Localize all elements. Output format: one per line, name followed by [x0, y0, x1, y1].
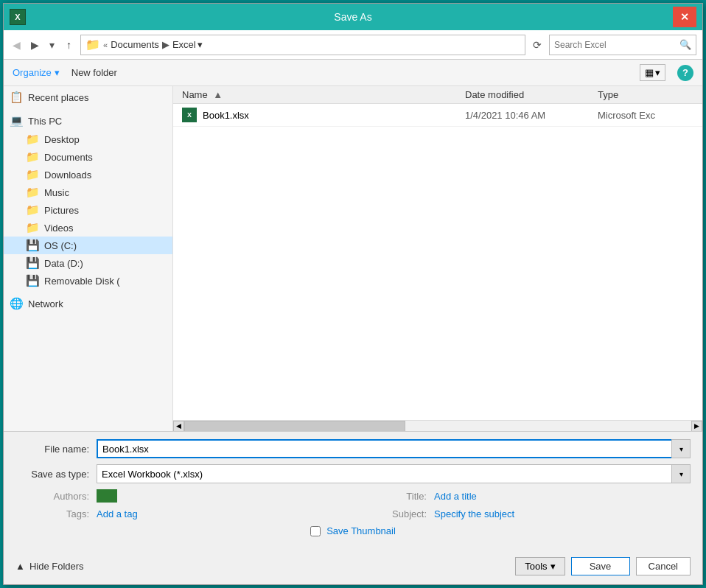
sidebar-item-removable[interactable]: 💾 Removable Disk (: [4, 272, 172, 290]
folder-icon: 📁: [26, 133, 40, 146]
tags-value[interactable]: Add a tag: [97, 508, 138, 519]
sidebar-item-data-d[interactable]: 💾 Data (D:): [4, 254, 172, 272]
sidebar-item-videos[interactable]: 📁 Videos: [4, 219, 172, 237]
new-folder-button[interactable]: New folder: [71, 67, 117, 78]
hide-folders-icon: ▲: [15, 561, 25, 572]
tools-label: Tools: [525, 561, 547, 572]
savetype-input-wrapper: ▾: [97, 464, 691, 483]
title-area: Title: Add a title: [353, 491, 691, 502]
xlsx-file-icon: X: [182, 108, 197, 122]
filename-row: File name: ▾: [15, 439, 691, 458]
file-name: Book1.xlsx: [203, 110, 249, 121]
sidebar: 📋 Recent places 💻 This PC 📁 Desktop 📁 Do…: [4, 86, 173, 431]
hide-folders-label: Hide Folders: [29, 561, 84, 572]
recent-places-icon: 📋: [10, 91, 24, 104]
file-list-header: Name ▲ Date modified Type: [173, 86, 702, 104]
save-as-dialog: X Save As ✕ ◀ ▶ ▾ ↑ 📁 « Documents ▶ Exce…: [3, 3, 703, 585]
scrollbar-left-button[interactable]: ◀: [173, 421, 184, 432]
sidebar-item-recent-places[interactable]: 📋 Recent places: [4, 86, 172, 107]
view-icon: ▦: [645, 67, 654, 78]
scrollbar-thumb: [184, 421, 405, 432]
address-bar: ◀ ▶ ▾ ↑ 📁 « Documents ▶ Excel ▾ ⟳ 🔍: [4, 30, 702, 60]
savetype-label: Save as type:: [15, 469, 97, 480]
back-icon: ◀: [13, 39, 21, 51]
breadcrumb[interactable]: 📁 « Documents ▶ Excel ▾: [80, 35, 525, 55]
breadcrumb-dropdown-button[interactable]: ▾: [198, 39, 203, 50]
sidebar-item-label: Videos: [44, 223, 74, 234]
save-button[interactable]: Save: [571, 557, 630, 575]
subject-area: Subject: Specify the subject: [353, 508, 691, 519]
sidebar-item-documents[interactable]: 📁 Documents: [4, 148, 172, 166]
tags-area: Tags: Add a tag: [15, 508, 353, 519]
file-date: 1/4/2021 10:46 AM: [465, 110, 598, 121]
disk-icon: 💾: [26, 256, 40, 270]
authors-area: Authors:: [15, 489, 353, 503]
excel-app-icon: X: [10, 9, 26, 25]
tags-subject-row: Tags: Add a tag Subject: Specify the sub…: [15, 508, 691, 519]
view-button[interactable]: ▦ ▾: [640, 64, 665, 81]
folder-icon: 📁: [26, 221, 40, 234]
table-row[interactable]: X Book1.xlsx 1/4/2021 10:46 AM Microsoft…: [173, 104, 702, 127]
main-area: 📋 Recent places 💻 This PC 📁 Desktop 📁 Do…: [4, 86, 702, 431]
cancel-button[interactable]: Cancel: [636, 557, 691, 575]
bottom-panel: File name: ▾ Save as type: ▾ Authors: Ti…: [4, 431, 702, 551]
sidebar-item-label: Documents: [44, 152, 93, 163]
close-button[interactable]: ✕: [673, 7, 696, 27]
sidebar-section-network: 🌐 Network: [4, 293, 172, 313]
sidebar-item-label: Data (D:): [44, 258, 83, 269]
breadcrumb-part2[interactable]: Excel: [172, 39, 196, 50]
organize-arrow-icon: ▾: [55, 67, 60, 78]
dropdown-history-button[interactable]: ▾: [46, 38, 57, 52]
thumbnail-label[interactable]: Save Thumbnail: [326, 525, 396, 536]
scrollbar-track[interactable]: [184, 421, 691, 432]
title-bar-left: X: [10, 9, 26, 25]
breadcrumb-part1[interactable]: Documents: [111, 39, 159, 50]
help-button[interactable]: ?: [677, 65, 693, 81]
column-name[interactable]: Name ▲: [182, 89, 465, 100]
sidebar-item-music[interactable]: 📁 Music: [4, 183, 172, 201]
forward-button[interactable]: ▶: [28, 38, 42, 52]
subject-value[interactable]: Specify the subject: [434, 508, 514, 519]
network-icon: 🌐: [10, 297, 24, 310]
back-button[interactable]: ◀: [10, 38, 24, 52]
hide-folders-button[interactable]: ▲ Hide Folders: [15, 561, 84, 572]
organize-label: Organize: [13, 67, 52, 78]
sidebar-item-network[interactable]: 🌐 Network: [4, 293, 172, 313]
breadcrumb-separator: ▶: [162, 39, 169, 50]
refresh-button[interactable]: ⟳: [530, 38, 545, 52]
filename-label: File name:: [15, 444, 97, 455]
column-date[interactable]: Date modified: [465, 89, 598, 100]
sidebar-item-label: Downloads: [44, 169, 91, 181]
thumbnail-row: Save Thumbnail: [15, 525, 691, 536]
sidebar-item-pictures[interactable]: 📁 Pictures: [4, 201, 172, 219]
title-value[interactable]: Add a title: [434, 491, 477, 502]
savetype-input: [97, 464, 691, 483]
up-button[interactable]: ↑: [62, 38, 76, 52]
tools-button[interactable]: Tools ▾: [515, 557, 565, 575]
folder-icon: 📁: [85, 38, 100, 52]
scrollbar-right-button[interactable]: ▶: [691, 421, 702, 432]
file-list-scrollbar: ◀ ▶: [173, 420, 702, 431]
authors-title-row: Authors: Title: Add a title: [15, 489, 691, 503]
filename-input-wrapper: ▾: [97, 439, 691, 458]
breadcrumb-path: Documents ▶ Excel ▾: [111, 39, 203, 50]
sidebar-item-this-pc[interactable]: 💻 This PC: [4, 110, 172, 130]
filename-input[interactable]: [97, 439, 691, 458]
filename-dropdown-button[interactable]: ▾: [671, 439, 691, 458]
disk-icon: 💾: [26, 239, 40, 252]
sidebar-section-recent: 📋 Recent places: [4, 86, 172, 107]
file-name-cell: X Book1.xlsx: [182, 108, 465, 122]
sidebar-item-desktop[interactable]: 📁 Desktop: [4, 130, 172, 148]
savetype-dropdown-button[interactable]: ▾: [671, 464, 691, 483]
sidebar-item-downloads[interactable]: 📁 Downloads: [4, 166, 172, 183]
up-icon: ↑: [66, 39, 71, 51]
search-box: 🔍: [549, 35, 696, 55]
column-type[interactable]: Type: [598, 89, 693, 100]
sort-arrow-icon: ▲: [213, 89, 223, 100]
thumbnail-checkbox[interactable]: [310, 526, 321, 536]
organize-button[interactable]: Organize ▾: [13, 67, 60, 78]
search-input[interactable]: [554, 40, 679, 50]
file-type: Microsoft Exc: [598, 110, 693, 121]
sidebar-item-os-c[interactable]: 💾 OS (C:): [4, 237, 172, 254]
file-list: X Book1.xlsx 1/4/2021 10:46 AM Microsoft…: [173, 104, 702, 420]
